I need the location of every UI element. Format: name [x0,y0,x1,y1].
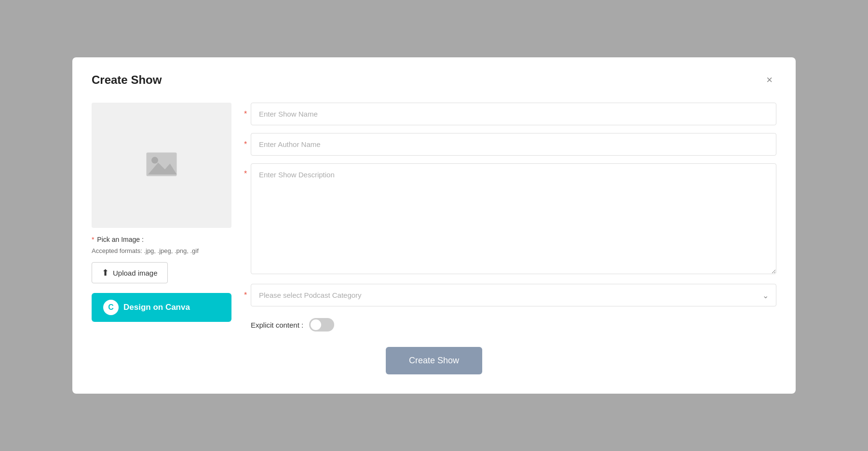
canva-icon: C [103,300,119,315]
right-panel: * * * * Please select Podcast [251,103,776,335]
show-name-required: * [244,110,247,118]
show-name-input[interactable] [251,103,776,125]
author-name-field-wrapper: * [251,133,776,156]
modal-container: Create Show × [72,57,796,394]
author-name-input[interactable] [251,133,776,156]
category-field-wrapper: * Please select Podcast Category ⌄ [251,284,776,306]
canva-button[interactable]: C Design on Canva [92,293,231,322]
modal-title: Create Show [92,73,162,87]
category-required: * [244,292,247,299]
image-placeholder-icon [144,151,179,180]
explicit-content-row: Explicit content : [251,314,776,335]
show-name-field-wrapper: * [251,103,776,125]
author-name-required: * [244,141,247,148]
close-button[interactable]: × [762,73,776,87]
modal-overlay: Create Show × [0,0,868,451]
canva-button-label: Design on Canva [123,303,190,312]
description-required: * [244,170,247,178]
toggle-slider [309,318,334,332]
svg-point-1 [151,157,158,164]
image-preview [92,103,231,228]
required-star: * [92,236,94,243]
explicit-toggle[interactable] [309,318,334,332]
pick-image-label: * Pick an Image : [92,236,231,243]
create-show-button[interactable]: Create Show [386,347,482,374]
category-select[interactable]: Please select Podcast Category [251,284,776,306]
upload-icon: ⬆ [102,267,109,278]
accepted-formats-text: Accepted formats: .jpg, .jpeg, .png, .gi… [92,247,231,254]
upload-image-button[interactable]: ⬆ Upload image [92,262,168,283]
description-field-wrapper: * [251,163,776,276]
explicit-content-label: Explicit content : [251,321,303,329]
modal-header: Create Show × [92,73,776,87]
description-textarea[interactable] [251,163,776,274]
upload-button-label: Upload image [113,269,158,277]
modal-footer: Create Show [92,347,776,374]
modal-body: * Pick an Image : Accepted formats: .jpg… [92,103,776,335]
left-panel: * Pick an Image : Accepted formats: .jpg… [92,103,231,335]
